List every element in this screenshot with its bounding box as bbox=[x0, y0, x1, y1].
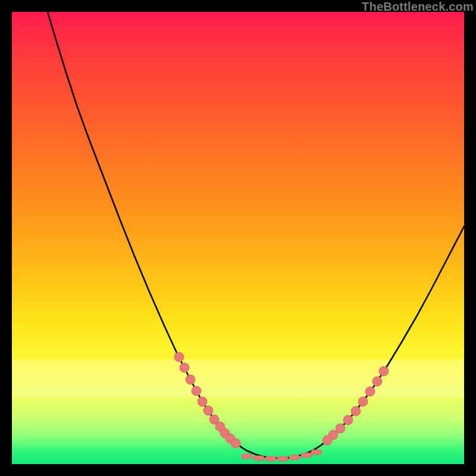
gradient-background bbox=[12, 12, 464, 464]
chart-frame bbox=[12, 12, 464, 464]
watermark-text: TheBottleneck.com bbox=[362, 0, 474, 14]
